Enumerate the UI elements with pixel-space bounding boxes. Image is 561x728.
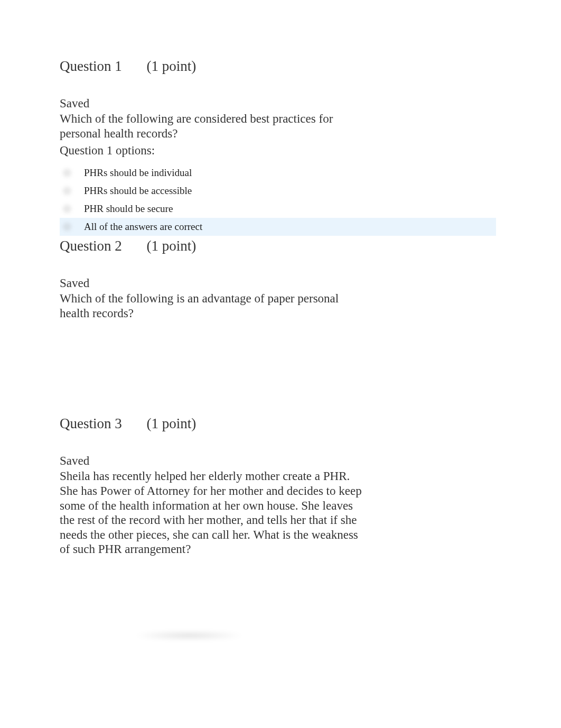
radio-icon[interactable] xyxy=(62,186,72,196)
option-row[interactable]: All of the answers are correct xyxy=(60,218,496,236)
question-1-options-label: Question 1 options: xyxy=(60,144,561,158)
question-3-points: (1 point) xyxy=(147,416,197,431)
question-2-points: (1 point) xyxy=(147,238,197,254)
option-row[interactable]: PHRs should be accessible xyxy=(60,182,496,200)
question-2-number: Question 2 xyxy=(60,238,122,254)
option-text: All of the answers are correct xyxy=(84,221,202,233)
option-text: PHRs should be accessible xyxy=(84,185,192,197)
question-3-number: Question 3 xyxy=(60,416,122,431)
question-3-heading: Question 3 (1 point) xyxy=(60,416,561,432)
question-2-prompt: Which of the following is an advantage o… xyxy=(60,291,356,320)
option-row[interactable]: PHRs should be individual xyxy=(60,164,496,182)
radio-icon[interactable] xyxy=(62,222,72,232)
question-1-heading: Question 1 (1 point) xyxy=(60,58,561,75)
question-1-prompt: Which of the following are considered be… xyxy=(60,112,356,141)
option-row[interactable]: PHR should be secure xyxy=(60,200,496,218)
question-1-status: Saved xyxy=(60,97,561,110)
question-1-number: Question 1 xyxy=(60,58,122,74)
radio-icon[interactable] xyxy=(62,204,72,214)
question-1-points: (1 point) xyxy=(147,58,197,74)
question-3-prompt: Sheila has recently helped her elderly m… xyxy=(60,469,366,557)
radio-icon[interactable] xyxy=(62,168,72,178)
question-1-options: PHRs should be individualPHRs should be … xyxy=(60,164,561,236)
question-2-status: Saved xyxy=(60,277,561,290)
option-text: PHR should be secure xyxy=(84,203,173,215)
bottom-shadow xyxy=(134,631,245,640)
option-text: PHRs should be individual xyxy=(84,167,192,179)
question-2-heading: Question 2 (1 point) xyxy=(60,238,561,254)
question-3-status: Saved xyxy=(60,454,561,468)
document-content: Question 1 (1 point) Saved Which of the … xyxy=(60,58,561,640)
